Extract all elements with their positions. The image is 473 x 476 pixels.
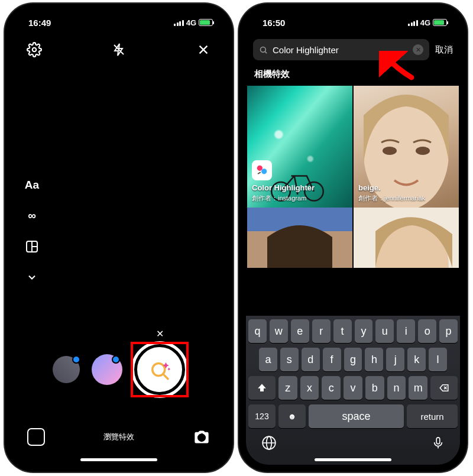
search-value: Color Highlighter [273,45,339,55]
battery-icon [433,19,447,26]
key-e[interactable]: e [291,319,309,343]
notch [69,4,169,19]
gallery-thumb[interactable] [53,356,80,383]
key-w[interactable]: w [270,319,288,343]
backspace-key[interactable] [430,376,458,400]
phone-right: 16:50 4G Color Highlighter ✕ 取消 相機特效 [239,4,467,472]
emoji-key[interactable]: ☻ [278,404,306,428]
key-y[interactable]: y [355,319,373,343]
key-d[interactable]: d [302,348,320,371]
globe-icon[interactable] [261,435,277,451]
svg-rect-16 [258,172,261,174]
key-j[interactable]: j [386,348,404,371]
browse-effects-label[interactable]: 瀏覽特效 [103,432,134,442]
key-m[interactable]: m [409,376,427,400]
effect-tile[interactable]: beige. 創作者：jennifermariak [354,86,459,208]
key-p[interactable]: p [439,319,458,343]
space-key[interactable]: space [309,404,404,428]
kb-row-2: a s d f g h j k l [248,348,458,371]
key-n[interactable]: n [387,376,406,400]
network-label: 4G [420,18,430,27]
phone-left: 16:49 4G Aa ∞ [5,4,233,472]
effect-author: 創作者：instagram [252,194,315,203]
effects-grid-row2 [246,208,460,268]
effects-shutter-button[interactable]: ✕ [134,344,185,395]
annotation-arrow [379,51,420,83]
layout-tool[interactable] [24,238,40,255]
key-g[interactable]: g [344,348,362,371]
effect-tile[interactable] [247,208,352,268]
text-tool[interactable]: Aa [24,176,40,194]
key-f[interactable]: f [323,348,341,371]
effect-app-icon [252,160,272,180]
close-effect-icon[interactable]: ✕ [156,328,164,339]
key-u[interactable]: u [375,319,394,343]
gallery-button[interactable] [27,428,45,446]
signal-icon [174,20,184,26]
shift-key[interactable] [248,376,276,400]
svg-point-14 [257,166,263,171]
shutter-area: ✕ [12,344,226,395]
network-label: 4G [186,18,196,27]
face-graphic [247,208,352,268]
status-right: 4G [408,18,447,27]
flash-off-icon[interactable] [111,41,127,58]
keyboard-bottom [248,433,458,451]
key-v[interactable]: v [344,376,362,400]
svg-point-18 [383,147,397,155]
status-right: 4G [174,18,213,27]
home-indicator[interactable] [315,458,391,461]
effect-name: Color Highlighter [252,183,315,193]
svg-point-10 [261,47,266,52]
key-o[interactable]: o [418,319,436,343]
key-s[interactable]: s [280,348,299,371]
more-tools-chevron-icon[interactable] [24,268,40,286]
svg-point-19 [416,147,430,155]
kb-row-3: z x c v b n m [248,376,458,400]
mic-icon[interactable] [432,435,445,451]
effect-tile[interactable]: Color Highlighter 創作者：instagram [247,86,352,208]
face-graphic [354,208,459,268]
kb-row-4: 123 ☻ space return [248,404,458,428]
kb-row-1: q w e r t y u i o p [248,319,458,343]
tile-info: beige. 創作者：jennifermariak [358,183,425,203]
key-l[interactable]: l [429,348,447,371]
effect-author: 創作者：jennifermariak [358,194,425,203]
screen-effects-search: 16:50 4G Color Highlighter ✕ 取消 相機特效 [246,11,460,465]
screen-camera: 16:49 4G Aa ∞ [12,11,226,465]
key-k[interactable]: k [407,348,426,371]
flip-camera-icon[interactable] [193,428,210,446]
key-q[interactable]: q [248,319,267,343]
status-time: 16:50 [263,18,285,28]
key-a[interactable]: a [259,348,277,371]
boomerang-tool[interactable]: ∞ [24,207,40,225]
keyboard: q w e r t y u i o p a s d f g h j k l [246,316,460,465]
key-b[interactable]: b [365,376,384,400]
annotation-highlight [131,342,189,397]
cancel-button[interactable]: 取消 [435,44,453,56]
key-t[interactable]: t [333,319,352,343]
camera-side-tools: Aa ∞ [24,176,40,286]
key-x[interactable]: x [300,376,319,400]
settings-icon[interactable] [26,41,43,58]
key-h[interactable]: h [365,348,383,371]
home-indicator[interactable] [80,458,157,461]
key-i[interactable]: i [397,319,415,343]
return-key[interactable]: return [407,404,458,428]
numbers-key[interactable]: 123 [248,404,276,428]
svg-point-0 [33,48,37,52]
search-row: Color Highlighter ✕ 取消 [246,34,460,65]
key-c[interactable]: c [322,376,341,400]
svg-point-15 [261,169,267,174]
camera-bottom-bar: 瀏覽特效 [12,428,226,446]
key-r[interactable]: r [312,319,331,343]
key-z[interactable]: z [278,376,297,400]
effect-tile[interactable] [354,208,459,268]
svg-rect-30 [436,438,440,444]
camera-top-bar [12,34,226,65]
close-icon[interactable] [195,41,212,58]
effects-grid: Color Highlighter 創作者：instagram beige. 創… [246,86,460,208]
effect-preset[interactable] [92,354,122,385]
tile-info: Color Highlighter 創作者：instagram [252,160,315,203]
search-icon [259,46,268,54]
